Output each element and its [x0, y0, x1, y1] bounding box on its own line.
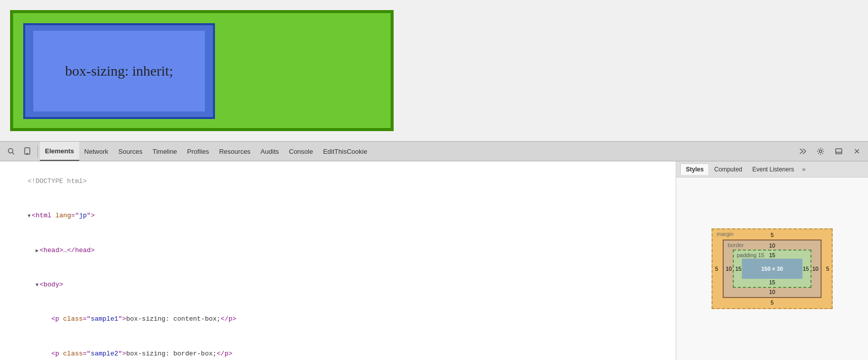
tab-computed[interactable]: Computed — [709, 164, 747, 175]
head-tag: <head>…</head> — [39, 247, 94, 254]
box-sizing-label: box-sizing: inherit; — [65, 63, 173, 79]
tab-event-listeners[interactable]: Event Listeners — [747, 164, 799, 175]
triangle-icon: ▼ — [35, 282, 38, 288]
html-tag: <html — [32, 212, 56, 219]
margin-right-val: 5 — [826, 266, 829, 272]
dom-panel[interactable]: <!DOCTYPE html> ▼<html lang="jp"> ▶<head… — [0, 161, 676, 360]
settings-icon-btn[interactable] — [812, 143, 829, 159]
close-icon-btn[interactable] — [849, 143, 865, 159]
p-tag: <p — [51, 315, 63, 323]
right-tabs-bar: Styles Computed Event Listeners » — [676, 161, 868, 177]
attr-lang-name: lang — [56, 212, 71, 219]
dom-line-body-open[interactable]: ▼<body> — [0, 268, 676, 302]
more-tabs-btn[interactable]: » — [799, 164, 808, 175]
padding-right-val: 15 — [803, 266, 809, 272]
devtools-toolbar: Elements Network Sources Timeline Profil… — [0, 141, 868, 161]
border-box: border 10 10 10 10 padding 15 15 15 15 1… — [723, 239, 822, 298]
attr-lang-val: jp — [79, 212, 87, 219]
inner-blue-inner-box: box-sizing: inherit; — [33, 31, 205, 111]
border-left-val: 10 — [726, 266, 732, 272]
dom-line-doctype[interactable]: <!DOCTYPE html> — [0, 164, 676, 199]
triangle-icon: ▼ — [28, 213, 31, 219]
box-model-container: margin 5 5 5 5 border 10 10 10 10 pa — [676, 177, 868, 360]
margin-box: margin 5 5 5 5 border 10 10 10 10 pa — [712, 228, 833, 309]
outer-green-box: box-sizing: inherit; — [10, 10, 394, 131]
devtools-body: <!DOCTYPE html> ▼<html lang="jp"> ▶<head… — [0, 161, 868, 360]
toolbar-right-icons — [794, 143, 865, 159]
tab-profiles[interactable]: Profiles — [182, 142, 214, 161]
dock-icon-btn[interactable] — [831, 143, 847, 159]
tab-sources[interactable]: Sources — [114, 142, 148, 161]
border-label: border — [728, 242, 744, 248]
search-icon-btn[interactable] — [3, 143, 19, 159]
svg-point-0 — [9, 149, 13, 153]
doctype-text: <!DOCTYPE html> — [28, 177, 87, 185]
inner-blue-outer-box: box-sizing: inherit; — [23, 23, 215, 119]
content-row: 150 × 30 — [742, 259, 802, 279]
preview-area: box-sizing: inherit; — [0, 0, 868, 141]
right-panel: Styles Computed Event Listeners » margin… — [676, 161, 868, 360]
tab-editthiscookie[interactable]: EditThisCookie — [318, 142, 372, 161]
margin-left-val: 5 — [715, 266, 718, 272]
padding-bottom-val: 15 — [769, 279, 775, 285]
tab-console[interactable]: Console — [284, 142, 318, 161]
padding-box: padding 15 15 15 15 15 150 × 30 — [733, 250, 811, 288]
tab-styles[interactable]: Styles — [680, 163, 709, 175]
border-right-val: 10 — [812, 266, 819, 272]
tab-network[interactable]: Network — [79, 142, 114, 161]
dom-line-p-sample2[interactable]: <p class="sample2">box-sizing: border-bo… — [0, 336, 676, 360]
margin-label: margin — [717, 231, 734, 237]
toolbar-separator — [37, 145, 38, 157]
dom-line-p-sample1[interactable]: <p class="sample1">box-sizing: content-b… — [0, 302, 676, 336]
svg-rect-5 — [836, 149, 842, 154]
padding-top-val: 15 — [769, 252, 775, 258]
tab-elements[interactable]: Elements — [40, 142, 79, 161]
padding-left-val: 15 — [735, 266, 741, 272]
dom-line-html[interactable]: ▼<html lang="jp"> — [0, 199, 676, 233]
tab-audits[interactable]: Audits — [255, 142, 284, 161]
margin-bottom-val: 5 — [771, 299, 774, 306]
svg-line-1 — [13, 153, 15, 155]
border-top-val: 10 — [769, 243, 775, 249]
margin-top-val: 5 — [771, 232, 774, 238]
device-icon-btn[interactable] — [19, 143, 35, 159]
triangle-icon: ▶ — [35, 248, 38, 254]
svg-point-4 — [820, 150, 822, 153]
dom-line-head[interactable]: ▶<head>…</head> — [0, 233, 676, 268]
body-open-tag: <body> — [39, 281, 63, 288]
border-bottom-val: 10 — [769, 289, 775, 295]
tab-resources[interactable]: Resources — [214, 142, 255, 161]
content-box: 150 × 30 — [742, 259, 802, 279]
tab-timeline[interactable]: Timeline — [147, 142, 182, 161]
padding-label: padding 15 — [737, 252, 764, 258]
run-icon-btn[interactable] — [794, 143, 810, 159]
box-model-diagram: margin 5 5 5 5 border 10 10 10 10 pa — [712, 228, 833, 309]
